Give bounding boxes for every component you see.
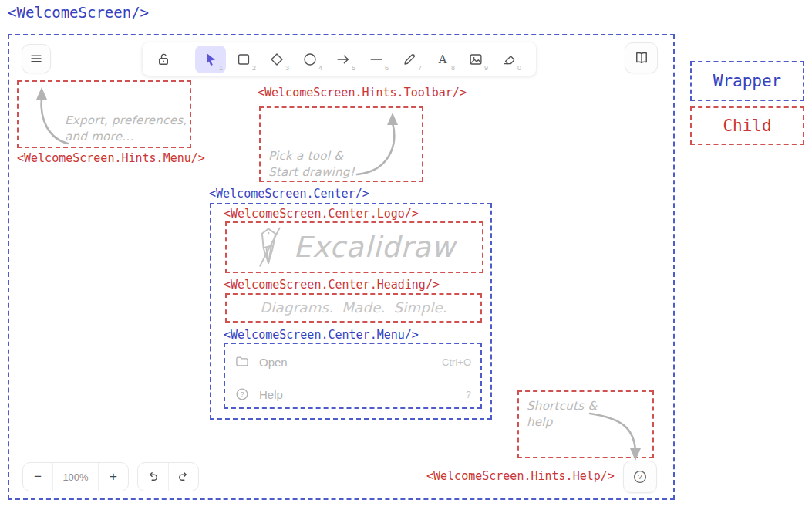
redo-icon	[176, 469, 191, 485]
zoom-level[interactable]: 100%	[52, 463, 99, 491]
center-heading-label: <WelcomeScreen.Center.Heading/>	[224, 278, 440, 292]
menu-item-label: Open	[259, 356, 288, 369]
legend-wrapper-label: Wrapper	[713, 72, 782, 90]
book-icon	[633, 49, 650, 66]
center-heading-outline: Diagrams. Made. Simple.	[225, 293, 482, 323]
hints-toolbar-label: <WelcomeScreen.Hints.Toolbar/>	[258, 86, 467, 100]
text-tool-button[interactable]: A 8	[427, 46, 458, 73]
redo-button[interactable]	[168, 463, 198, 491]
rectangle-tool-button[interactable]: 2	[228, 46, 259, 73]
tool-shortcut-number: 3	[285, 64, 289, 72]
toolbar-island: 1 2 3 4 5	[143, 42, 536, 76]
hint-arrow-up-icon	[351, 110, 413, 179]
hamburger-icon	[28, 50, 45, 67]
line-tool-button[interactable]: 6	[361, 46, 392, 73]
excalidraw-logo-text: Excalidraw	[294, 231, 456, 264]
selection-tool-button[interactable]: 1	[195, 46, 226, 73]
center-label: <WelcomeScreen.Center/>	[209, 187, 369, 201]
tool-shortcut-number: 0	[517, 64, 521, 72]
svg-text:?: ?	[240, 390, 244, 398]
tool-shortcut-number: 4	[318, 64, 322, 72]
draw-tool-button[interactable]: 7	[394, 46, 425, 73]
menu-item-help[interactable]: ? Help ?	[234, 381, 471, 407]
menu-item-shortcut: Ctrl+O	[442, 356, 471, 368]
selection-cursor-icon	[202, 51, 219, 68]
line-icon	[368, 51, 385, 68]
center-menu-label: <WelcomeScreen.Center.Menu/>	[224, 328, 419, 342]
zoom-out-button[interactable]: −	[23, 463, 52, 491]
toolbar-divider	[187, 50, 187, 69]
hints-menu-label: <WelcomeScreen.Hints.Menu/>	[17, 151, 205, 165]
menu-item-open[interactable]: Open Ctrl+O	[234, 349, 471, 375]
menu-item-shortcut: ?	[466, 389, 471, 400]
text-icon: A	[434, 51, 451, 68]
image-tool-button[interactable]: 9	[460, 46, 491, 73]
hint-arrow-down-icon	[586, 404, 648, 466]
legend-wrapper-box: Wrapper	[690, 61, 804, 101]
arrow-tool-button[interactable]: 5	[328, 46, 359, 73]
tool-shortcut-number: 6	[385, 64, 389, 72]
tool-shortcut-number: 1	[219, 64, 223, 72]
center-heading-text: Diagrams. Made. Simple.	[260, 298, 447, 317]
tool-shortcut-number: 5	[352, 64, 355, 72]
diamond-tool-button[interactable]: 3	[261, 46, 292, 73]
excalidraw-logo-icon	[254, 226, 285, 269]
legend-child-label: Child	[723, 117, 771, 135]
image-icon	[467, 51, 484, 68]
tool-shortcut-number: 2	[252, 64, 256, 72]
diamond-icon	[268, 51, 285, 68]
arrow-icon	[335, 51, 352, 68]
rectangle-icon	[235, 51, 252, 68]
tool-shortcut-number: 9	[484, 64, 488, 72]
zoom-controls: − 100% +	[22, 462, 129, 491]
eraser-tool-button[interactable]: 0	[494, 46, 524, 73]
center-menu-outline: Open Ctrl+O ? Help ?	[224, 343, 482, 409]
hint-menu-text: Export, preferences, and more...	[65, 113, 187, 145]
folder-icon	[234, 354, 250, 370]
undo-redo-controls	[137, 462, 199, 491]
undo-button[interactable]	[138, 463, 168, 491]
undo-icon	[145, 469, 160, 485]
welcome-screen-doc: <WelcomeScreen/> 1 2	[0, 0, 812, 510]
tool-shortcut-number: 7	[418, 64, 422, 72]
help-button[interactable]: ?	[623, 461, 657, 493]
hint-toolbar-text: Pick a tool & Start drawing!	[268, 148, 355, 181]
hints-help-label: <WelcomeScreen.Hints.Help/>	[426, 469, 615, 483]
ellipse-tool-button[interactable]: 4	[295, 46, 325, 73]
tool-shortcut-number: 8	[451, 64, 455, 72]
svg-text:?: ?	[638, 472, 642, 481]
center-logo-label: <WelcomeScreen.Center.Logo/>	[224, 207, 419, 221]
lock-tool-button[interactable]	[148, 46, 179, 73]
welcome-screen-label: <WelcomeScreen/>	[8, 4, 149, 21]
eraser-icon	[500, 51, 517, 68]
ellipse-icon	[302, 51, 318, 68]
question-circle-icon: ?	[234, 387, 250, 402]
legend-child-box: Child	[690, 106, 804, 145]
svg-text:A: A	[438, 52, 447, 65]
center-logo-outline: Excalidraw	[225, 221, 483, 273]
question-circle-icon: ?	[632, 468, 649, 485]
library-button[interactable]	[625, 42, 658, 73]
main-menu-button[interactable]	[22, 44, 51, 73]
menu-item-label: Help	[259, 388, 283, 401]
zoom-in-button[interactable]: +	[99, 463, 128, 491]
pencil-icon	[401, 51, 418, 68]
lock-icon	[155, 51, 172, 68]
